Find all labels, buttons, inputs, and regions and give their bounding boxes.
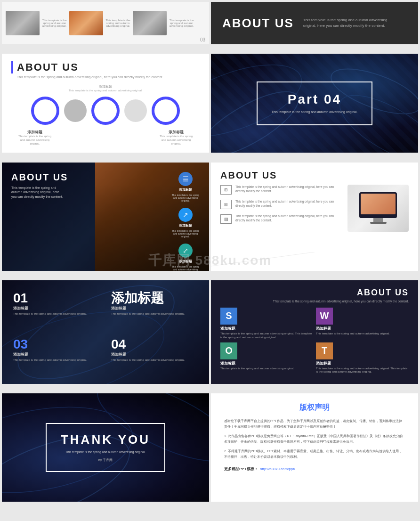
copyright-title: 版权声明 — [224, 403, 405, 413]
thumb-1-text: This template is the spring and autumn a… — [41, 19, 67, 27]
swot-w-text: 添加标题 This template is the spring and aut… — [316, 326, 390, 336]
list-row-3: ▤ This template is the spring and autumn… — [220, 214, 342, 224]
icon-circle-1: ☰ — [178, 172, 193, 186]
slide-8: ABOUT US This template is the spring and… — [211, 280, 418, 384]
copyright-item-2-label: 2. — [224, 449, 227, 453]
thumb-1 — [6, 11, 40, 35]
slide8-subdesc: This template is the spring and autumn a… — [220, 300, 409, 303]
slide-2: ABOUT US This template is the spring and… — [211, 2, 418, 44]
num-label-4: 添加标题 — [111, 352, 198, 357]
slide5-desc: This template is the spring and autumn a… — [11, 186, 63, 199]
swot-s-text: 添加标题 This template is the spring and aut… — [220, 326, 313, 340]
label-right-desc: This template is the spring and autumn a… — [157, 135, 195, 146]
list-icon-2: ⊟ — [220, 200, 232, 209]
monitor-base — [370, 222, 387, 224]
copyright-item-2-text: 不得通千库网的PPT模板、PPT素材、本素用于再应量、成卖总推、出售、转让、分销… — [224, 449, 402, 458]
swot-s-title: 添加标题 — [220, 326, 313, 331]
icon-item-3: ⤢ 添加标题 This template is the spring and a… — [171, 244, 200, 271]
thank-you-box: THANK YOU This template is the spring an… — [46, 423, 165, 472]
swot-t-desc: This template is the spring and autumn a… — [316, 367, 409, 374]
copyright-link: http://588ku.com/ppt/ — [260, 467, 295, 471]
part-number: Part 04 — [272, 92, 358, 107]
num-desc-3: This template is the spring and autumn a… — [13, 358, 100, 362]
swot-grid: S 添加标题 This template is the spring and a… — [220, 308, 409, 374]
list-item-3: This template is the spring and autumn a… — [235, 214, 342, 222]
num-2: 添加标题 — [111, 292, 198, 305]
slide-9: THANK YOU This template is the spring an… — [2, 393, 209, 502]
swot-s-desc: This template is the spring and autumn a… — [220, 332, 313, 340]
label-left: 添加标题 This template is the spring and aut… — [16, 130, 54, 146]
slide-5: ABOUT US This template is the spring and… — [2, 163, 209, 271]
deco-line — [211, 252, 418, 271]
num-1: 01 — [13, 292, 100, 305]
slide-4: Part 04 This template is the spring and … — [211, 54, 418, 153]
list-row-2: ⊟ This template is the spring and autumn… — [220, 199, 342, 209]
computer-shape — [359, 192, 397, 224]
copyright-item-1: 1. 此作品出售各种PPT模板是免费商业等（RT：Royaltu-Tree）正版… — [224, 433, 405, 445]
slide3-add-label: 添加标题 — [11, 84, 200, 89]
slide5-icons: ☰ 添加标题 This template is the spring and a… — [171, 172, 200, 271]
icon-circle-2: ↗ — [178, 208, 193, 222]
num-label-2: 添加标题 — [111, 306, 198, 311]
num-desc-2: This template is the spring and autumn a… — [111, 312, 198, 316]
monitor-stand — [373, 218, 383, 222]
icon3-desc: This template is the spring and autumn a… — [171, 265, 200, 271]
slide-7: 01 添加标题 This template is the spring and … — [2, 280, 209, 384]
icon-circle-3: ⤢ — [178, 244, 193, 258]
part-box: Part 04 This template is the spring and … — [257, 81, 373, 125]
circle-3 — [91, 97, 120, 125]
slide8-title: ABOUT US — [220, 288, 409, 298]
icon1-desc: This template is the spring and autumn a… — [171, 194, 200, 202]
svg-line-4 — [211, 252, 315, 266]
swot-t: T — [316, 342, 333, 359]
list-row-1: ⊞ This template is the spring and autumn… — [220, 185, 342, 195]
swot-t-title: 添加标题 — [316, 361, 409, 366]
num-item-1: 01 添加标题 This template is the spring and … — [9, 288, 104, 330]
icon1-label: 添加标题 — [179, 187, 192, 192]
swot-w: W — [316, 308, 333, 325]
swot-o-title: 添加标题 — [220, 361, 294, 366]
num-3: 03 — [13, 338, 100, 351]
slide3-add-desc: This template is the spring and autumn a… — [11, 89, 200, 92]
copyright-body: 感谢您下载千库网平台上提供的PPT作品，为了您和千库网以及原创作者的利益，请勿复… — [224, 418, 405, 430]
thumb-3-text: This template is the spring and autumn a… — [169, 19, 194, 27]
copyright-more-label: 更多精品PPT模板： — [224, 467, 258, 471]
num-item-3: 03 添加标题 This template is the spring and … — [9, 334, 104, 376]
circles-row — [11, 97, 200, 125]
swot-o: O — [220, 342, 237, 359]
slide-1: This template is the spring and autumn a… — [2, 2, 209, 44]
swot-t-text: 添加标题 This template is the spring and aut… — [316, 361, 409, 374]
swot-item-t: T 添加标题 This template is the spring and a… — [316, 342, 409, 374]
slide7-content: 01 添加标题 This template is the spring and … — [2, 280, 209, 384]
slide-10: 版权声明 感谢您下载千库网平台上提供的PPT作品，为了您和千库网以及原创作者的利… — [211, 393, 418, 502]
thumb-3 — [133, 11, 167, 35]
swot-w-title: 添加标题 — [316, 326, 390, 331]
num-desc-1: This template is the spring and autumn a… — [13, 312, 100, 316]
list-item-2: This template is the spring and autumn a… — [235, 199, 342, 208]
label-left-title: 添加标题 — [16, 130, 54, 135]
thank-you-title: THANK YOU — [61, 432, 150, 447]
icon-item-2: ↗ 添加标题 This template is the spring and a… — [171, 208, 200, 238]
list-icon-3: ▤ — [220, 214, 232, 224]
monitor — [359, 192, 397, 218]
swot-item-o: O 添加标题 This template is the spring and a… — [220, 342, 313, 374]
thank-you-by: by 千库网 — [61, 458, 150, 463]
slide3-subtitle: This template is the spring and autumn a… — [11, 75, 200, 79]
icon2-desc: This template is the spring and autumn a… — [171, 229, 200, 238]
num-desc-4: This template is the spring and autumn a… — [111, 358, 198, 362]
swot-s: S — [220, 308, 237, 325]
labels-row: 添加标题 This template is the spring and aut… — [11, 130, 200, 146]
copyright-item-1-text: 此作品出售各种PPT模板是免费商业等（RT：Royaltu-Tree）正版受《中… — [224, 434, 403, 443]
icon-item-1: ☰ 添加标题 This template is the spring and a… — [171, 172, 200, 202]
list-item-1: This template is the spring and autumn a… — [235, 185, 342, 193]
slide6-list: ⊞ This template is the spring and autumn… — [220, 185, 342, 232]
num-label-3: 添加标题 — [13, 352, 100, 357]
swot-o-desc: This template is the spring and autumn a… — [220, 367, 294, 371]
thank-you-desc: This template is the spring and autumn a… — [61, 450, 150, 454]
slide3-title: ABOUT US — [11, 61, 200, 73]
num-item-4: 04 添加标题 This template is the spring and … — [107, 334, 202, 376]
circle-2 — [64, 99, 87, 122]
label-left-desc: This template is the spring and autumn a… — [16, 135, 54, 146]
thumb-2-text: This template is the spring and autumn a… — [105, 19, 131, 27]
label-right: 添加标题 This template is the spring and aut… — [157, 130, 195, 146]
